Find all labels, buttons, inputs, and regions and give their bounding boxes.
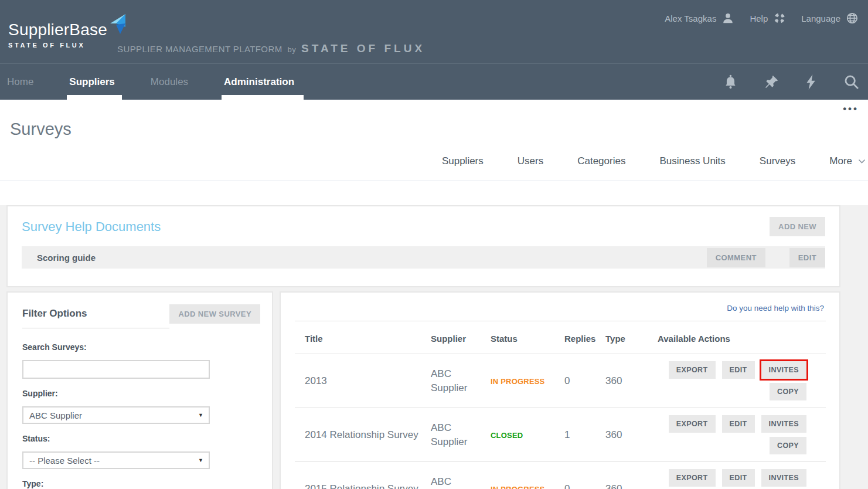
- supplier-select-value: ABC Supplier: [29, 410, 82, 420]
- subnav-item-surveys[interactable]: Surveys: [760, 155, 795, 181]
- more-label: More: [829, 155, 852, 167]
- col-supplier: Supplier: [431, 334, 491, 344]
- tagline: SUPPLIER MANAGEMENT PLATFORM by STATE OF…: [117, 42, 425, 55]
- survey-row: 2014 Relationship Survey ABC Supplier CL…: [295, 408, 826, 462]
- supplier-select[interactable]: ABC Supplier ▼: [22, 406, 210, 424]
- help-menu[interactable]: Help: [750, 12, 786, 25]
- subnav-item-business-units[interactable]: Business Units: [659, 155, 725, 181]
- person-icon: [721, 12, 734, 25]
- subnav-item-categories[interactable]: Categories: [577, 155, 625, 181]
- search-surveys-input[interactable]: [22, 360, 210, 379]
- table-header: Title Supplier Status Replies Type Avail…: [295, 321, 826, 354]
- cell-type: 360: [605, 483, 658, 489]
- main-content: Survey Help Documents ADD NEW Scoring gu…: [0, 205, 868, 489]
- language-menu[interactable]: Language: [801, 12, 859, 25]
- globe-icon: [846, 12, 859, 25]
- col-replies: Replies: [564, 334, 605, 344]
- cell-supplier: ABC Supplier: [431, 475, 491, 489]
- logo-flag-icon: [109, 12, 128, 38]
- copy-button[interactable]: COPY: [770, 383, 806, 400]
- survey-row: 2013 ABC Supplier IN PROGRESS 0 360 EXPO…: [295, 354, 826, 408]
- add-new-survey-button[interactable]: ADD NEW SURVEY: [169, 304, 260, 324]
- status-badge: IN PROGRESS: [491, 485, 545, 489]
- invites-button[interactable]: INVITES: [761, 469, 806, 487]
- cell-title: 2015 Relationship Survey: [305, 483, 431, 489]
- surveys-panel: Do you need help with this? Title Suppli…: [280, 291, 840, 489]
- cell-supplier: ABC Supplier: [431, 367, 491, 395]
- edit-button[interactable]: EDIT: [722, 361, 755, 379]
- cell-type: 360: [605, 429, 658, 441]
- spacer: [0, 181, 868, 205]
- user-menu[interactable]: Alex Tsagkas: [665, 12, 734, 25]
- cell-replies: 0: [564, 483, 605, 489]
- col-title: Title: [305, 334, 431, 344]
- cell-type: 360: [605, 375, 658, 387]
- tagline-by: by: [288, 45, 297, 54]
- page-title: Surveys: [10, 120, 72, 139]
- nav-item-administration[interactable]: Administration: [223, 64, 295, 100]
- subnav-item-more[interactable]: More: [829, 155, 866, 181]
- export-button[interactable]: EXPORT: [669, 361, 716, 379]
- help-label: Help: [750, 13, 768, 23]
- select-arrow-icon: ▼: [198, 457, 203, 463]
- invites-button[interactable]: INVITES: [761, 361, 806, 379]
- language-label: Language: [801, 13, 840, 23]
- supplierbase-logo: SupplierBase STATE OF FLUX: [8, 12, 128, 49]
- nav-icon-bar: [723, 64, 860, 100]
- supplier-label: Supplier:: [22, 389, 260, 398]
- nav-item-suppliers[interactable]: Suppliers: [68, 64, 115, 100]
- need-help-link[interactable]: Do you need help with this?: [727, 304, 824, 313]
- col-type: Type: [605, 334, 658, 344]
- col-status: Status: [491, 334, 564, 344]
- logo-subtitle: STATE OF FLUX: [8, 42, 128, 49]
- cell-replies: 0: [564, 375, 605, 387]
- edit-button[interactable]: EDIT: [722, 415, 755, 433]
- app-header: SupplierBase STATE OF FLUX SUPPLIER MANA…: [0, 0, 868, 63]
- invites-button[interactable]: INVITES: [761, 415, 806, 433]
- pin-icon[interactable]: [764, 74, 779, 90]
- document-name: Scoring guide: [37, 253, 683, 263]
- tagline-brand: STATE OF FLUX: [301, 42, 425, 55]
- nav-item-modules[interactable]: Modules: [149, 64, 189, 100]
- overflow-menu[interactable]: •••: [843, 103, 859, 115]
- col-available-actions: Available Actions: [658, 334, 826, 344]
- status-select-value: -- Please Select --: [29, 456, 100, 466]
- subnav-item-suppliers[interactable]: Suppliers: [442, 155, 484, 181]
- add-new-button[interactable]: ADD NEW: [770, 217, 825, 236]
- tagline-platform: SUPPLIER MANAGEMENT PLATFORM: [117, 44, 282, 54]
- user-name: Alex Tsagkas: [665, 13, 716, 23]
- main-nav: Home Suppliers Modules Administration: [0, 63, 868, 100]
- survey-row: 2015 Relationship Survey ABC Supplier IN…: [295, 462, 826, 489]
- cell-title: 2014 Relationship Survey: [305, 429, 431, 441]
- filter-options-title: Filter Options: [22, 308, 169, 328]
- search-icon[interactable]: [843, 74, 860, 90]
- type-label: Type:: [22, 479, 260, 488]
- utility-bar: Alex Tsagkas Help Language: [656, 12, 859, 25]
- admin-subnav: Suppliers Users Categories Business Unit…: [408, 155, 866, 181]
- page-head: ••• Surveys Suppliers Users Categories B…: [0, 100, 868, 181]
- search-surveys-label: Search Surveys:: [22, 342, 260, 352]
- cell-title: 2013: [305, 375, 431, 387]
- nav-item-home[interactable]: Home: [6, 64, 35, 100]
- cell-supplier: ABC Supplier: [431, 421, 491, 449]
- logo-title: SupplierBase: [8, 20, 107, 40]
- edit-button[interactable]: EDIT: [722, 469, 755, 487]
- copy-button[interactable]: COPY: [770, 437, 806, 454]
- bell-icon[interactable]: [723, 74, 738, 90]
- filter-panel: Filter Options ADD NEW SURVEY Search Sur…: [6, 291, 273, 489]
- document-row: Scoring guide COMMENT EDIT: [22, 246, 825, 269]
- subnav-item-users[interactable]: Users: [518, 155, 543, 181]
- status-select[interactable]: -- Please Select -- ▼: [22, 451, 210, 469]
- lightning-icon[interactable]: [805, 74, 818, 90]
- edit-document-button[interactable]: EDIT: [789, 248, 825, 267]
- status-badge: IN PROGRESS: [491, 377, 545, 386]
- export-button[interactable]: EXPORT: [669, 415, 716, 433]
- lifering-icon: [773, 12, 786, 25]
- help-docs-panel: Survey Help Documents ADD NEW Scoring gu…: [6, 205, 840, 287]
- cell-replies: 1: [564, 429, 605, 441]
- status-label: Status:: [22, 434, 260, 443]
- export-button[interactable]: EXPORT: [669, 469, 716, 487]
- status-badge: CLOSED: [491, 431, 523, 440]
- help-docs-title: Survey Help Documents: [22, 219, 161, 235]
- comment-button[interactable]: COMMENT: [707, 248, 765, 267]
